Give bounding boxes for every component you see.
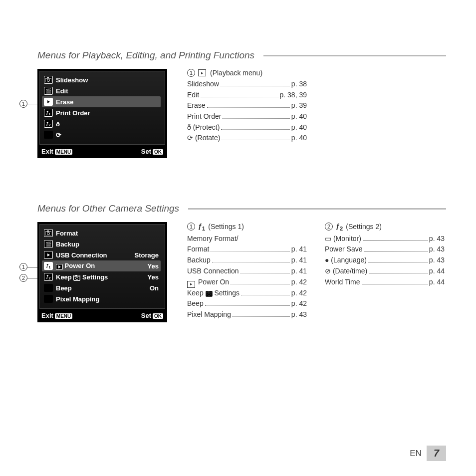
callout-2: 2 <box>19 274 37 282</box>
leader-dots <box>205 305 290 306</box>
heading-rule <box>263 55 446 56</box>
ok-button-icon: OK <box>153 313 163 319</box>
ref-entry-name: USB Connection <box>187 266 239 277</box>
leader-dots <box>211 251 290 251</box>
ref-entry-name: Pixel Mapping <box>187 309 231 320</box>
reference-entry: ▭ (Monitor)p. 43 <box>325 234 445 244</box>
tool1-icon: ƒ1 <box>44 109 53 117</box>
menu-row: ⟳ <box>42 129 161 140</box>
tool2-icon: ƒ2 <box>336 222 343 232</box>
play-icon <box>44 251 53 259</box>
menu-row: Format <box>42 228 161 238</box>
menu-item-label: Slideshow <box>56 76 159 84</box>
reference-entry: Power Onp. 42 <box>187 277 307 288</box>
play-icon <box>56 264 63 270</box>
tool1-icon: ƒ1 <box>198 222 205 232</box>
reference-heading: 2ƒ2 (Settings 2) <box>325 222 445 232</box>
ref-entry-name: Power Save <box>325 244 362 255</box>
reference-entry: ð (Protect)p. 40 <box>187 122 307 133</box>
section-1-body: 1 Slideshow🎬EditEraseƒ1Print Orderƒ2ð⟳ E… <box>37 69 446 158</box>
leader-dots <box>222 140 289 140</box>
ref-head-text: (Settings 1) <box>208 223 244 231</box>
protect-icon: ð <box>187 123 191 131</box>
svg-marker-3 <box>47 100 50 103</box>
menu-item-value: Storage <box>135 251 159 259</box>
screen-settings-menu: Format🎬BackupUSB ConnectionStorageƒ1 Pow… <box>37 222 167 322</box>
reference-entry: ⊘ (Date/time)p. 44 <box>325 266 445 277</box>
ref-entry-name: Edit <box>187 90 199 101</box>
leader-dots <box>223 118 289 119</box>
tool2-icon: ƒ2 <box>44 120 53 128</box>
reference-entry: Keep Settingsp. 42 <box>187 288 307 299</box>
page-ref: p. 43 <box>429 244 445 255</box>
language-icon: ● <box>325 256 329 264</box>
callout-badge: 2 <box>19 274 27 282</box>
tool1-icon: ƒ1 <box>44 262 53 270</box>
page-ref: p. 42 <box>291 298 307 309</box>
section-heading-2: Menus for Other Camera Settings <box>37 203 446 214</box>
menu-row: USB ConnectionStorage <box>42 249 161 260</box>
set-label: SetOK <box>141 148 163 155</box>
reference-entry: Memory Format/ <box>187 234 307 244</box>
ref-entry-name: ▭ (Monitor) <box>325 234 361 244</box>
menu-item-label: Print Order <box>56 109 159 117</box>
leader-dots <box>368 262 428 262</box>
svg-point-13 <box>208 293 210 295</box>
ref-number-badge: 2 <box>325 223 333 231</box>
ref-entry-name: ⟳ (Rotate) <box>187 133 220 144</box>
svg-rect-11 <box>75 275 77 276</box>
menu-row: 🎬Backup <box>42 238 161 249</box>
page-ref: p. 42 <box>291 277 307 288</box>
reference-entry: World Timep. 44 <box>325 277 445 288</box>
exit-label: ExitMENU <box>41 312 72 319</box>
ref-entry-name: ð (Protect) <box>187 122 220 133</box>
leader-dots <box>207 107 290 108</box>
blank-icon <box>44 131 53 139</box>
page-ref: p. 44 <box>429 277 445 288</box>
menu-row: ƒ1Print Order <box>42 107 161 118</box>
reference-entry: ● (Language)p. 43 <box>325 255 445 266</box>
ref-entry-name: Format <box>187 244 209 255</box>
exit-label: ExitMENU <box>41 148 72 155</box>
menu-row: Erase <box>42 96 161 107</box>
blank-icon <box>44 295 53 303</box>
reference-entry: Backupp. 41 <box>187 255 307 266</box>
monitor-icon: ▭ <box>325 235 331 242</box>
page-footer: EN 7 <box>410 446 446 461</box>
reference-list-2: 1ƒ1 (Settings 1)Memory Format/Formatp. 4… <box>187 222 446 322</box>
svg-rect-14 <box>208 291 210 292</box>
leader-dots <box>221 86 290 86</box>
movie-icon: 🎬 <box>44 87 53 95</box>
reference-entry: Erasep. 39 <box>187 100 307 111</box>
svg-point-1 <box>47 79 50 82</box>
menu-row: Pixel Mapping <box>42 293 161 304</box>
menu-item-label: Erase <box>56 98 159 106</box>
reference-entry: Slideshowp. 38 <box>187 79 307 90</box>
language-label: EN <box>410 449 422 459</box>
reference-entry: Pixel Mappingp. 43 <box>187 309 307 320</box>
screen-2-wrap: 1 2 Format🎬BackupUSB ConnectionStorageƒ1… <box>37 222 167 322</box>
menu-item-label: Keep Settings <box>56 273 145 281</box>
reference-column: 2ƒ2 (Settings 2)▭ (Monitor)p. 43Power Sa… <box>325 222 445 322</box>
section-heading-1: Menus for Playback, Editing, and Printin… <box>37 50 446 61</box>
reference-entry: Print Orderp. 40 <box>187 111 307 122</box>
menu-row: Slideshow <box>42 74 161 85</box>
leader-dots <box>240 273 290 273</box>
callout-leader <box>27 278 37 278</box>
page-ref: p. 43 <box>429 234 445 244</box>
ok-button-icon: OK <box>153 149 163 155</box>
callout-1: 1 <box>19 100 37 108</box>
reference-entry: ⟳ (Rotate)p. 40 <box>187 133 307 144</box>
svg-rect-2 <box>47 77 49 78</box>
leader-dots <box>212 262 290 262</box>
page-ref: p. 41 <box>291 255 307 266</box>
leader-dots <box>231 284 290 284</box>
reference-entry: USB Connectionp. 41 <box>187 266 307 277</box>
svg-point-10 <box>76 277 78 279</box>
ref-entry-name: World Time <box>325 277 360 288</box>
clock-icon: ⊘ <box>325 267 331 275</box>
menu-item-value: On <box>150 284 159 292</box>
page-ref: p. 38, 39 <box>280 90 307 101</box>
section-title-text: Menus for Other Camera Settings <box>37 203 179 214</box>
menu-button-icon: MENU <box>55 313 72 319</box>
